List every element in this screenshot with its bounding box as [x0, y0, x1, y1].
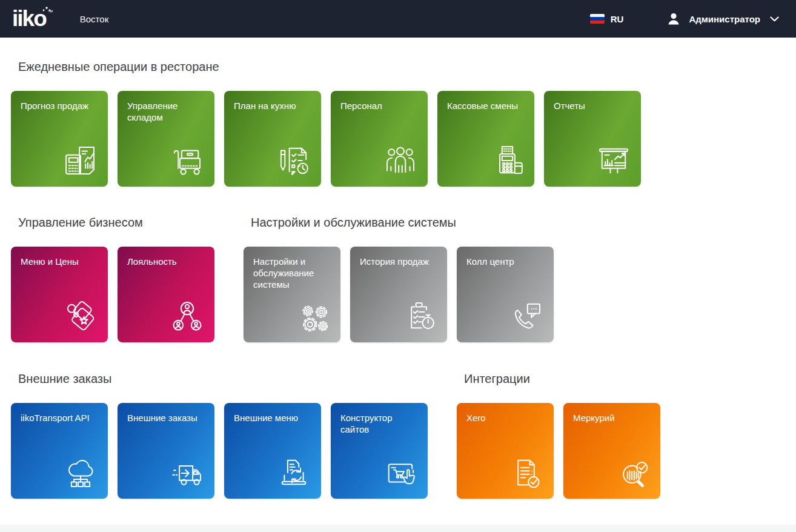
barcode-search-icon: [613, 453, 653, 493]
tile-label: Внешние меню: [234, 412, 313, 424]
tile-label: Меркурий: [573, 412, 652, 424]
iiko-logo[interactable]: iiko ™: [12, 4, 53, 34]
tile-label: Отчеты: [554, 100, 632, 111]
dashboard: Ежедневные операции в ресторане Прогноз …: [0, 59, 796, 499]
tile-mercury[interactable]: Меркурий: [563, 403, 660, 499]
tile-cash-shifts[interactable]: Кассовые смены: [437, 91, 534, 187]
language-code: RU: [611, 14, 624, 24]
tile-external-menus[interactable]: Внешние меню: [224, 403, 321, 499]
org-name: Восток: [80, 14, 108, 24]
clipboard-stopwatch-icon: [400, 296, 440, 336]
tile-reports[interactable]: Отчеты: [544, 91, 641, 187]
tile-external-orders[interactable]: Внешние заказы: [118, 403, 214, 499]
tile-sales-history[interactable]: История продаж: [350, 247, 447, 342]
tile-menu-prices[interactable]: Меню и Цены: [11, 247, 108, 342]
section-title-integrations: Интеграции: [464, 371, 660, 387]
tile-label: Кассовые смены: [447, 100, 526, 111]
tile-kitchen-plan[interactable]: План на кухню: [224, 91, 321, 187]
user-menu[interactable]: Администратор: [666, 11, 779, 27]
phone-chat-icon: [506, 296, 546, 336]
pos-terminal-icon: [487, 141, 527, 181]
document-check-icon: [506, 453, 546, 493]
tile-site-builder[interactable]: Конструктор сайтов: [331, 403, 428, 499]
logo-tm: ™: [48, 9, 53, 15]
tile-label: iikoTransport API: [21, 412, 99, 424]
logo-text: iiko: [12, 4, 46, 34]
tile-label: Прогноз продаж: [21, 100, 99, 111]
delivery-truck-icon: [167, 453, 207, 493]
tile-label: Управление складом: [127, 100, 206, 123]
tile-iikotransport-api[interactable]: iikoTransport API: [11, 403, 108, 499]
tile-call-center[interactable]: Колл центр: [457, 247, 554, 342]
user-avatar-icon: [666, 11, 682, 27]
tile-label: Xero: [466, 412, 545, 424]
section-title-daily-operations: Ежедневные операции в ресторане: [18, 59, 641, 75]
checklist-pen-icon: [274, 141, 314, 181]
tile-label: Внешние заказы: [127, 412, 206, 424]
document-sync-icon: [274, 453, 314, 493]
warehouse-cart-icon: [167, 141, 207, 181]
section-title-external-orders: Внешние заказы: [18, 371, 428, 387]
tile-sales-forecast[interactable]: Прогноз продаж: [11, 91, 108, 187]
tile-xero[interactable]: Xero: [457, 403, 554, 499]
cloud-network-icon: [61, 453, 101, 493]
tile-label: История продаж: [360, 256, 439, 267]
site-builder-icon: [380, 453, 420, 493]
group-business-management: Управление бизнесом Меню и Цены Лояльнос…: [11, 215, 214, 342]
tile-label: Конструктор сайтов: [340, 412, 419, 435]
tile-staff[interactable]: Персонал: [331, 91, 428, 187]
price-tags-icon: [61, 296, 101, 336]
tile-system-settings[interactable]: Настройки и обслуживание системы: [244, 247, 340, 342]
gears-icon: [294, 298, 333, 336]
group-integrations: Интеграции Xero Меркурий: [457, 371, 660, 499]
group-external-orders: Внешние заказы iikoTransport API Внешние…: [11, 371, 428, 499]
tile-label: Персонал: [340, 100, 419, 111]
tile-label: Лояльность: [127, 256, 206, 267]
people-icon: [380, 141, 420, 181]
tile-inventory-management[interactable]: Управление складом: [118, 91, 214, 187]
chevron-down-icon: [770, 16, 779, 22]
user-name: Администратор: [689, 14, 760, 24]
presentation-chart-icon: [594, 141, 634, 181]
calculator-chart-icon: [61, 141, 101, 181]
group-daily-operations: Ежедневные операции в ресторане Прогноз …: [11, 59, 641, 187]
horizontal-scrollbar[interactable]: [0, 525, 796, 532]
group-system-settings: Настройки и обслуживание системы Настрой…: [244, 215, 554, 342]
tile-loyalty[interactable]: Лояльность: [118, 247, 214, 342]
tile-label: Настройки и обслуживание системы: [253, 256, 332, 290]
tile-label: План на кухню: [234, 100, 313, 111]
section-title-system-settings: Настройки и обслуживание системы: [251, 215, 554, 230]
tile-label: Колл центр: [466, 256, 545, 267]
russian-flag-icon: [590, 14, 605, 24]
language-switcher[interactable]: RU: [590, 14, 624, 24]
header: iiko ™ Восток RU Администратор: [0, 0, 796, 38]
section-title-business-management: Управление бизнесом: [18, 215, 214, 230]
tile-label: Меню и Цены: [21, 256, 99, 267]
customers-network-icon: [167, 296, 207, 336]
